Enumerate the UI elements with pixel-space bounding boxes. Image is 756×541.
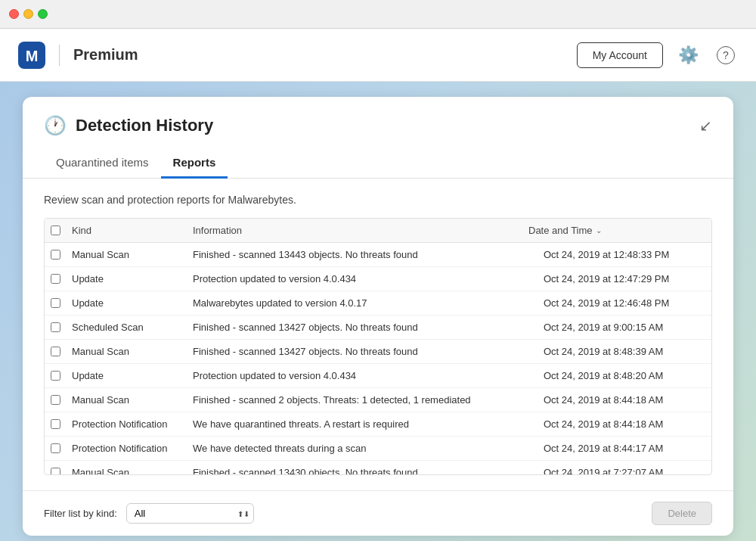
description-text: Review scan and protection reports for M…: [44, 194, 712, 206]
row-checkbox-cell: [45, 292, 66, 314]
table-row: Scheduled Scan Finished - scanned 13427 …: [45, 316, 711, 340]
header-checkbox-cell: [45, 225, 66, 236]
row-checkbox-2[interactable]: [51, 298, 60, 308]
column-kind: Kind: [66, 225, 187, 236]
row-checkbox-8[interactable]: [51, 443, 60, 453]
help-button[interactable]: ?: [714, 42, 738, 67]
row-datetime: Oct 24, 2019 at 8:48:20 AM: [538, 364, 711, 387]
logo-divider: [59, 45, 60, 66]
filter-label: Filter list by kind:: [44, 508, 117, 519]
detection-history-card: 🕐 Detection History ↙ Quarantined items …: [23, 97, 733, 536]
table-row: Manual Scan Finished - scanned 13430 obj…: [45, 461, 711, 474]
filter-select-wrapper: AllManual ScanScheduled ScanUpdateProtec…: [126, 503, 254, 524]
filter-kind-select[interactable]: AllManual ScanScheduled ScanUpdateProtec…: [126, 503, 254, 524]
row-information: We have detected threats during a scan: [187, 437, 538, 460]
row-information: Malwarebytes updated to version 4.0.17: [187, 291, 538, 315]
maximize-button[interactable]: [38, 9, 48, 19]
row-kind: Update: [66, 267, 187, 291]
row-datetime: Oct 24, 2019 at 8:44:17 AM: [538, 437, 711, 460]
logo-area: M Premium: [18, 42, 577, 69]
row-kind: Manual Scan: [66, 461, 187, 474]
tab-quarantined-items[interactable]: Quarantined items: [44, 148, 161, 179]
app-name: Premium: [73, 46, 138, 64]
row-datetime: Oct 24, 2019 at 9:00:15 AM: [538, 316, 711, 339]
row-checkbox-0[interactable]: [51, 250, 60, 260]
table-row: Manual Scan Finished - scanned 13427 obj…: [45, 340, 711, 364]
row-checkbox-6[interactable]: [51, 395, 60, 405]
column-scroll-spacer: [696, 225, 711, 236]
row-kind: Update: [66, 291, 187, 315]
row-datetime: Oct 24, 2019 at 8:44:18 AM: [538, 388, 711, 412]
reports-table: Kind Information Date and Time ⌄ Manual …: [44, 218, 712, 475]
select-all-checkbox[interactable]: [51, 225, 60, 235]
row-checkbox-cell: [45, 340, 66, 362]
minimize-button[interactable]: [23, 9, 33, 19]
row-checkbox-1[interactable]: [51, 274, 60, 284]
row-checkbox-cell: [45, 437, 66, 459]
row-checkbox-cell: [45, 462, 66, 474]
row-information: Finished - scanned 13443 objects. No thr…: [187, 243, 538, 266]
row-information: We have quarantined threats. A restart i…: [187, 412, 538, 436]
app-logo-icon: M: [18, 42, 45, 69]
svg-text:M: M: [26, 48, 39, 64]
row-kind: Scheduled Scan: [66, 316, 187, 339]
row-datetime: Oct 24, 2019 at 12:46:48 PM: [538, 291, 711, 315]
row-datetime: Oct 24, 2019 at 12:47:29 PM: [538, 267, 711, 291]
card-content: Review scan and protection reports for M…: [23, 179, 733, 490]
row-checkbox-cell: [45, 365, 66, 387]
titlebar: [0, 0, 756, 29]
row-checkbox-cell: [45, 316, 66, 338]
table-row: Update Protection updated to version 4.0…: [45, 267, 711, 291]
settings-button[interactable]: ⚙️: [675, 44, 702, 67]
row-checkbox-cell: [45, 413, 66, 435]
row-kind: Protection Notification: [66, 437, 187, 460]
table-row: Manual Scan Finished - scanned 2 objects…: [45, 388, 711, 412]
tab-reports[interactable]: Reports: [161, 148, 228, 179]
row-kind: Protection Notification: [66, 412, 187, 436]
row-checkbox-4[interactable]: [51, 347, 60, 356]
row-checkbox-9[interactable]: [51, 468, 60, 474]
table-row: Protection Notification We have detected…: [45, 437, 711, 461]
row-information: Protection updated to version 4.0.434: [187, 267, 538, 291]
row-datetime: Oct 24, 2019 at 12:48:33 PM: [538, 243, 711, 266]
column-datetime[interactable]: Date and Time ⌄: [522, 225, 696, 236]
row-information: Finished - scanned 13427 objects. No thr…: [187, 340, 538, 363]
traffic-lights: [9, 9, 48, 19]
row-information: Finished - scanned 2 objects. Threats: 1…: [187, 388, 538, 412]
row-kind: Manual Scan: [66, 243, 187, 266]
table-row: Update Protection updated to version 4.0…: [45, 364, 711, 388]
settings-icon: ⚙️: [678, 45, 699, 64]
expand-button[interactable]: ↙: [699, 117, 712, 135]
tabs: Quarantined items Reports: [23, 148, 733, 179]
column-information: Information: [187, 225, 522, 236]
main-content: 🕐 Detection History ↙ Quarantined items …: [0, 82, 756, 541]
row-checkbox-7[interactable]: [51, 419, 60, 429]
my-account-button[interactable]: My Account: [577, 42, 663, 68]
table-row: Protection Notification We have quaranti…: [45, 412, 711, 437]
card-title-area: 🕐 Detection History: [44, 115, 213, 136]
delete-button[interactable]: Delete: [652, 502, 712, 525]
history-clock-icon: 🕐: [44, 115, 67, 136]
row-kind: Update: [66, 364, 187, 387]
sort-icon: ⌄: [596, 226, 602, 235]
table-header: Kind Information Date and Time ⌄: [45, 219, 711, 243]
row-checkbox-5[interactable]: [51, 371, 60, 381]
row-kind: Manual Scan: [66, 388, 187, 412]
table-row: Manual Scan Finished - scanned 13443 obj…: [45, 243, 711, 267]
card-footer: Filter list by kind: AllManual ScanSched…: [23, 490, 733, 536]
expand-icon: ↙: [699, 117, 712, 134]
row-checkbox-cell: [45, 268, 66, 290]
table-body[interactable]: Manual Scan Finished - scanned 13443 obj…: [45, 243, 711, 474]
row-datetime: Oct 24, 2019 at 8:44:18 AM: [538, 412, 711, 436]
card-title: Detection History: [76, 116, 213, 135]
row-datetime: Oct 24, 2019 at 8:48:39 AM: [538, 340, 711, 363]
row-information: Finished - scanned 13430 objects. No thr…: [187, 461, 538, 474]
row-datetime: Oct 24, 2019 at 7:27:07 AM: [538, 461, 711, 474]
row-checkbox-cell: [45, 389, 66, 411]
row-information: Finished - scanned 13427 objects. No thr…: [187, 316, 538, 339]
close-button[interactable]: [9, 9, 19, 19]
app-header: M Premium My Account ⚙️ ?: [0, 29, 756, 82]
table-row: Update Malwarebytes updated to version 4…: [45, 291, 711, 316]
card-header: 🕐 Detection History ↙: [23, 97, 733, 136]
row-checkbox-3[interactable]: [51, 322, 60, 332]
